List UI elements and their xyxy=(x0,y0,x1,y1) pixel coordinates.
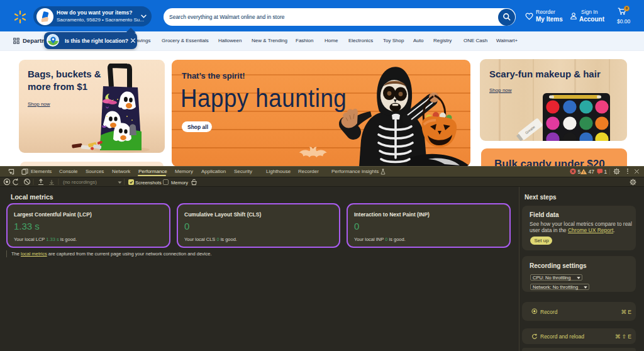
svg-text:5: 5 xyxy=(578,169,581,175)
svg-text:!: ! xyxy=(583,170,584,174)
svg-text:1: 1 xyxy=(604,169,608,175)
svg-text:47: 47 xyxy=(589,169,595,175)
